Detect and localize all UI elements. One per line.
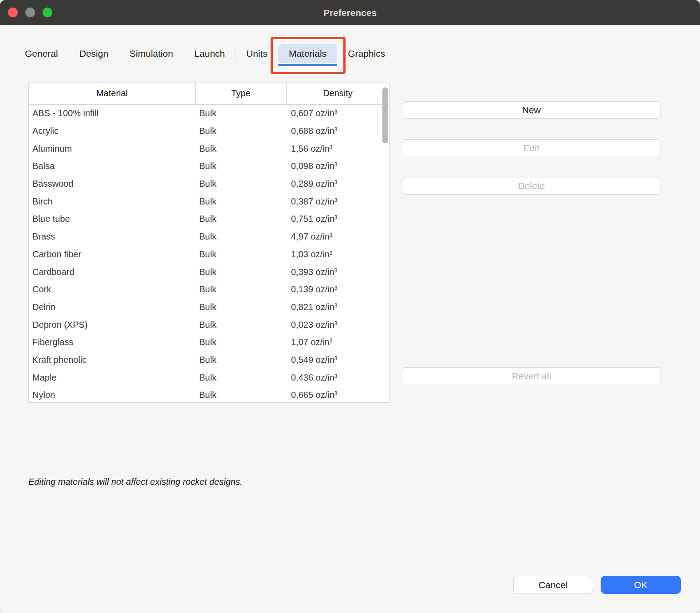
- materials-note: Editing materials will not affect existi…: [28, 477, 242, 487]
- table-cell: 0,821 oz/in³: [287, 302, 389, 312]
- scrollbar-thumb[interactable]: [382, 87, 388, 143]
- table-cell: Bulk: [196, 179, 287, 189]
- table-cell: 1,03 oz/in³: [287, 249, 389, 259]
- title-bar: Preferences: [0, 0, 700, 25]
- column-header-type[interactable]: Type: [196, 83, 287, 104]
- table-row[interactable]: BirchBulk0,387 oz/in³: [29, 193, 389, 210]
- table-cell: 0,665 oz/in³: [287, 390, 389, 400]
- selected-tab-underline: [278, 64, 337, 66]
- table-cell: Fiberglass: [29, 337, 196, 347]
- table-cell: 0,139 oz/in³: [287, 284, 389, 295]
- table-row[interactable]: AluminumBulk1,56 oz/in³: [29, 140, 389, 157]
- materials-table: MaterialTypeDensity ABS - 100% infillBul…: [28, 82, 389, 403]
- table-row[interactable]: MapleBulk0,436 oz/in³: [29, 369, 389, 386]
- table-cell: 0,023 oz/in³: [287, 320, 389, 330]
- table-cell: Basswood: [29, 179, 196, 189]
- tab-label: Materials: [289, 48, 326, 59]
- table-cell: Birch: [29, 196, 196, 207]
- column-header-material[interactable]: Material: [29, 83, 196, 104]
- table-cell: 0,607 oz/in³: [287, 108, 389, 118]
- tab-label: Graphics: [348, 48, 385, 59]
- column-header-density[interactable]: Density: [287, 83, 389, 104]
- tab-materials[interactable]: Materials: [278, 44, 337, 63]
- table-row[interactable]: ABS - 100% infillBulk0,607 oz/in³: [29, 105, 389, 122]
- cancel-button[interactable]: Cancel: [513, 576, 593, 594]
- table-cell: Cork: [29, 284, 196, 295]
- table-cell: 0,549 oz/in³: [287, 355, 389, 365]
- table-row[interactable]: Kraft phenolicBulk0,549 oz/in³: [29, 351, 389, 369]
- tab-label: Simulation: [130, 48, 173, 59]
- table-cell: Bulk: [196, 337, 287, 347]
- preferences-window: Preferences GeneralDesignSimulationLaunc…: [0, 0, 700, 613]
- table-row[interactable]: BasswoodBulk0,289 oz/in³: [29, 175, 389, 193]
- table-cell: Delrin: [29, 302, 196, 312]
- table-cell: Bulk: [196, 302, 287, 312]
- table-cell: Brass: [29, 232, 196, 242]
- tab-bar: GeneralDesignSimulationLaunchUnitsMateri…: [14, 43, 396, 65]
- table-row[interactable]: Carbon fiberBulk1,03 oz/in³: [29, 246, 389, 263]
- tab-units[interactable]: Units: [236, 43, 278, 65]
- table-cell: Maple: [29, 373, 196, 383]
- tab-graphics[interactable]: Graphics: [337, 43, 396, 65]
- table-cell: 0,387 oz/in³: [287, 196, 389, 207]
- table-cell: 0,436 oz/in³: [287, 373, 389, 383]
- tab-label: Units: [246, 48, 267, 59]
- table-cell: Bulk: [196, 284, 287, 295]
- table-row[interactable]: BrassBulk4,97 oz/in³: [29, 228, 389, 246]
- table-cell: Bulk: [196, 355, 287, 365]
- table-cell: Acrylic: [29, 126, 196, 136]
- table-cell: Bulk: [196, 232, 287, 242]
- tab-label: Design: [79, 48, 108, 59]
- table-cell: 4,97 oz/in³: [287, 232, 389, 242]
- materials-table-header: MaterialTypeDensity: [29, 83, 389, 105]
- table-row[interactable]: NylonBulk0,665 oz/in³: [29, 386, 389, 403]
- table-row[interactable]: Depron (XPS)Bulk0,023 oz/in³: [29, 316, 389, 334]
- tab-launch[interactable]: Launch: [184, 43, 236, 65]
- edit-button[interactable]: Edit: [402, 139, 661, 157]
- table-row[interactable]: BalsaBulk0,098 oz/in³: [29, 157, 389, 175]
- tab-general[interactable]: General: [14, 43, 69, 65]
- table-cell: ABS - 100% infill: [29, 108, 196, 118]
- tab-simulation[interactable]: Simulation: [119, 43, 184, 65]
- table-cell: Blue tube: [29, 214, 196, 224]
- table-cell: Bulk: [196, 249, 287, 259]
- table-cell: Bulk: [196, 126, 287, 136]
- table-row[interactable]: FiberglassBulk1,07 oz/in³: [29, 334, 389, 351]
- table-cell: 0,098 oz/in³: [287, 161, 389, 171]
- table-cell: Bulk: [196, 108, 287, 118]
- table-row[interactable]: CorkBulk0,139 oz/in³: [29, 281, 389, 299]
- table-cell: Bulk: [196, 196, 287, 207]
- revert-all-button[interactable]: Revert all: [402, 367, 661, 385]
- table-row[interactable]: Blue tubeBulk0,751 oz/in³: [29, 210, 389, 228]
- table-cell: 0,289 oz/in³: [287, 179, 389, 189]
- table-cell: 1,56 oz/in³: [287, 144, 389, 154]
- table-cell: Bulk: [196, 144, 287, 154]
- table-cell: Bulk: [196, 390, 287, 400]
- table-cell: 1,07 oz/in³: [287, 337, 389, 347]
- table-cell: 0,393 oz/in³: [287, 267, 389, 277]
- tab-label: Launch: [194, 48, 225, 59]
- table-cell: Carbon fiber: [29, 249, 196, 259]
- delete-button[interactable]: Delete: [402, 177, 661, 195]
- table-cell: Aluminum: [29, 144, 196, 154]
- table-row[interactable]: CardboardBulk0,393 oz/in³: [29, 263, 389, 281]
- table-cell: Balsa: [29, 161, 196, 171]
- table-cell: Bulk: [196, 214, 287, 224]
- table-cell: Nylon: [29, 390, 196, 400]
- table-cell: Bulk: [196, 267, 287, 277]
- table-row[interactable]: AcrylicBulk0,688 oz/in³: [29, 122, 389, 140]
- table-cell: Cardboard: [29, 267, 196, 277]
- tabs-separator-line: [13, 65, 687, 65]
- tab-design[interactable]: Design: [69, 43, 119, 65]
- table-cell: Depron (XPS): [29, 320, 196, 330]
- materials-table-body: ABS - 100% infillBulk0,607 oz/in³Acrylic…: [29, 105, 389, 403]
- tab-label: General: [25, 48, 58, 59]
- table-cell: 0,688 oz/in³: [287, 126, 389, 136]
- table-cell: Kraft phenolic: [29, 355, 196, 365]
- table-cell: 0,751 oz/in³: [287, 214, 389, 224]
- ok-button[interactable]: OK: [601, 576, 681, 594]
- window-title: Preferences: [0, 0, 700, 25]
- new-button[interactable]: New: [402, 101, 661, 119]
- table-row[interactable]: DelrinBulk0,821 oz/in³: [29, 299, 389, 316]
- table-cell: Bulk: [196, 320, 287, 330]
